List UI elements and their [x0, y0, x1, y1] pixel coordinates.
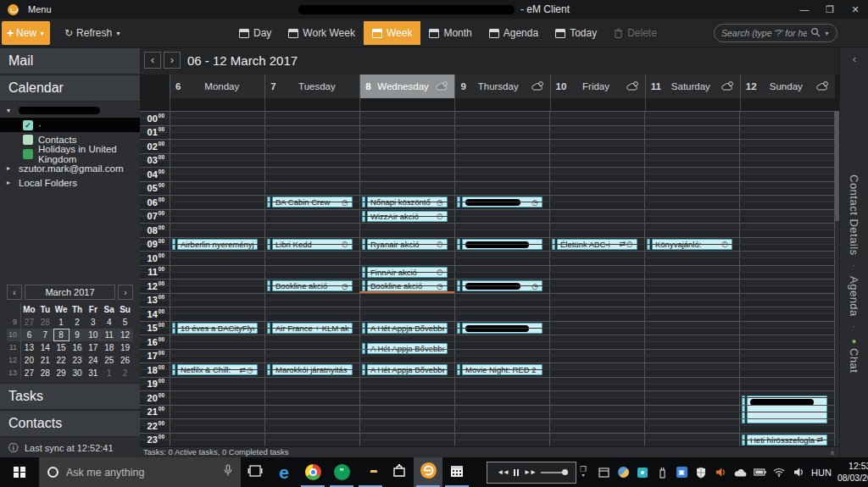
mini-calendar-day[interactable]: 5	[117, 316, 133, 329]
battery-icon[interactable]	[753, 466, 766, 479]
view-button-work-week[interactable]: Work Week	[280, 21, 364, 45]
day-header-saturday[interactable]: 11Saturday	[645, 75, 740, 98]
sidebar-section-contacts[interactable]: Contacts	[0, 410, 140, 437]
mini-calendar-day[interactable]: 28	[37, 367, 53, 379]
mini-calendar-day[interactable]: 2	[117, 367, 133, 379]
media-flyout-icon[interactable]: ❐▾	[580, 467, 587, 479]
taskbar-app-edge[interactable]: e	[270, 457, 298, 487]
mini-calendar-day[interactable]: 4	[101, 316, 117, 329]
mini-calendar-day[interactable]: 29	[53, 367, 70, 379]
panel-tab-agenda[interactable]: Agenda	[848, 276, 860, 317]
mini-calendar-day[interactable]: 18	[101, 341, 117, 354]
delete-button[interactable]: Delete	[605, 21, 665, 45]
mini-calendar-day[interactable]: 19	[117, 341, 133, 354]
mini-calendar-day[interactable]: 1	[53, 316, 70, 329]
mini-calendar-day[interactable]: 17	[85, 341, 101, 354]
forward-icon[interactable]: ►►	[524, 468, 536, 476]
window-icon[interactable]	[597, 466, 610, 479]
mini-calendar-day[interactable]: 27	[21, 367, 37, 379]
mini-calendar-day-today[interactable]: 8	[53, 329, 70, 341]
day-header-friday[interactable]: 10Friday	[550, 75, 645, 98]
color-sphere-icon[interactable]	[616, 466, 630, 479]
sidebar-section-mail[interactable]: Mail	[0, 47, 140, 75]
mini-calendar-next-button[interactable]: ›	[118, 285, 133, 300]
mini-calendar-day[interactable]: 3	[85, 316, 101, 329]
start-button[interactable]	[0, 457, 39, 487]
view-button-month[interactable]: Month	[420, 21, 480, 45]
mini-calendar-day[interactable]: 12	[117, 329, 133, 341]
tree-account-local-folders[interactable]: ▸Local Folders	[0, 175, 140, 190]
day-header-sunday[interactable]: 12Sunday	[740, 75, 835, 98]
mini-calendar-day[interactable]: 10	[85, 329, 101, 341]
calendar-color-swatch[interactable]	[23, 149, 33, 159]
search-input[interactable]: Search (type '?' for help) ▼	[714, 24, 837, 42]
taskbar-app-store[interactable]	[385, 457, 414, 487]
mini-calendar-day[interactable]: 6	[21, 329, 37, 341]
sidebar-section-tasks[interactable]: Tasks	[0, 383, 140, 410]
defender-icon[interactable]	[694, 466, 708, 479]
view-button-day[interactable]: Day	[231, 21, 280, 45]
calendar-color-swatch[interactable]	[23, 135, 33, 145]
checked-checkbox[interactable]: ✓	[23, 120, 33, 130]
tree-calendar-redacted[interactable]: ✓·	[0, 118, 140, 132]
wifi-icon[interactable]	[772, 466, 786, 479]
taskbar-app-hangouts[interactable]: ”	[327, 457, 356, 487]
volume-mixer-icon[interactable]	[714, 466, 727, 479]
mini-calendar-day[interactable]: 11	[101, 329, 117, 341]
sidebar-section-calendar[interactable]: Calendar	[0, 75, 140, 102]
minimize-button[interactable]: —	[792, 0, 817, 19]
panel-tab-chat[interactable]: Chat	[848, 348, 860, 373]
all-day-strip[interactable]	[140, 98, 835, 111]
taskbar-clock[interactable]: 12:53 08/03/2017	[837, 461, 868, 484]
day-header-thursday[interactable]: 9Thursday	[454, 75, 549, 98]
tree-collapsed-icon[interactable]: ▸	[7, 164, 14, 172]
mini-calendar-day[interactable]: 14	[37, 341, 53, 354]
mini-calendar-day[interactable]: 15	[53, 341, 70, 354]
mini-calendar-day[interactable]: 31	[85, 367, 101, 379]
mini-calendar-day[interactable]: 2	[70, 316, 86, 329]
menu-button[interactable]: Menu	[28, 4, 52, 14]
mini-calendar-day[interactable]: 25	[101, 354, 117, 367]
pause-icon[interactable]	[514, 469, 519, 476]
day-header-wednesday[interactable]: 8Wednesday	[359, 75, 454, 98]
taskbar-app-chrome[interactable]	[298, 457, 327, 487]
mini-calendar-day[interactable]: 7	[37, 329, 53, 341]
mini-calendar-day[interactable]: 23	[70, 354, 86, 367]
media-controls[interactable]: ◄◄ ►►	[487, 462, 576, 484]
collapse-chevrons-icon[interactable]: «	[826, 451, 837, 455]
panel-tab-contact-details[interactable]: Contact Details	[848, 174, 860, 256]
taskbar-app-calendar-app[interactable]	[442, 457, 471, 487]
mini-calendar-day[interactable]: 27	[21, 316, 37, 329]
search-icon[interactable]	[810, 25, 821, 41]
mini-calendar-prev-button[interactable]: ‹	[7, 285, 22, 300]
mini-calendar-day[interactable]: 20	[21, 354, 37, 367]
panel-collapse-icon[interactable]: ‹	[840, 53, 868, 65]
tree-account-szutor-mark-gmail-com[interactable]: ▸szutor.mark@gmail.com	[0, 161, 140, 175]
mini-calendar-day[interactable]: 1	[101, 367, 117, 379]
taskbar-app-em-client[interactable]	[414, 457, 442, 487]
day-header-tuesday[interactable]: 7Tuesday	[264, 75, 359, 98]
mini-calendar-day[interactable]: 16	[70, 341, 86, 354]
view-button-today[interactable]: Today	[547, 21, 605, 45]
mini-calendar-day[interactable]: 13	[21, 341, 37, 354]
view-button-agenda[interactable]: Agenda	[481, 21, 547, 45]
taskbar-app-file-explorer[interactable]	[356, 457, 385, 487]
view-button-week[interactable]: Week	[364, 21, 420, 45]
mini-calendar-day[interactable]: 28	[37, 316, 53, 329]
teal-app-icon[interactable]	[636, 466, 649, 479]
close-button[interactable]: ✕	[843, 0, 868, 19]
usb-icon[interactable]	[655, 466, 669, 479]
next-week-button[interactable]: ›	[164, 52, 181, 69]
tree-account-redacted[interactable]: ▾	[0, 103, 140, 118]
refresh-button[interactable]: ↻ Refresh ▼	[59, 21, 126, 45]
day-header-monday[interactable]: 6Monday	[170, 75, 264, 98]
mini-calendar-day[interactable]: 21	[37, 354, 53, 367]
new-button[interactable]: + New ▼	[2, 21, 50, 45]
mini-calendar-day[interactable]: 22	[53, 354, 70, 367]
cortana-search-box[interactable]: Ask me anything	[39, 457, 241, 487]
mini-calendar-day[interactable]: 9	[70, 329, 86, 341]
tree-calendar-holidays-in-united-kingdom[interactable]: Holidays in United Kingdom	[0, 147, 140, 161]
rewind-icon[interactable]: ◄◄	[497, 468, 509, 476]
microphone-icon[interactable]	[224, 464, 232, 480]
event-redacted[interactable]	[747, 396, 827, 423]
